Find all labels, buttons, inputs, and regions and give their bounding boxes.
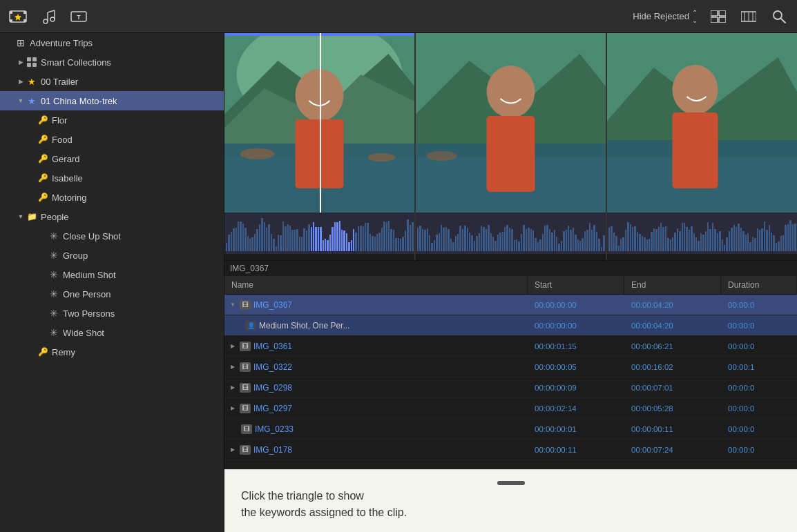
sidebar-item-close-up[interactable]: ✳ Close Up Shot — [0, 226, 224, 246]
table-row[interactable]: ▶ 🎞 IMG_0298 00:00:00:09 00:00:07:01 00:… — [224, 377, 797, 398]
row-expand-icon[interactable]: ▶ — [229, 446, 237, 454]
sidebar-item-china-moto[interactable]: ★ 01 China Moto-trek — [0, 91, 224, 110]
sidebar-item-flor[interactable]: 🔑 Flor — [0, 110, 224, 130]
film-icon: 🎞 — [240, 362, 251, 372]
svg-point-45 — [673, 65, 718, 115]
svg-rect-4 — [23, 19, 26, 22]
table-row[interactable]: ▶ 🎞 IMG_0297 00:00:02:14 00:00:05:28 00:… — [224, 398, 797, 419]
sidebar-item-wide-shot[interactable]: ✳ Wide Shot — [0, 323, 224, 342]
sidebar-item-label: 01 China Moto-trek — [41, 96, 117, 106]
row-start: 00:00:00:00 — [528, 298, 624, 312]
sidebar-item-label: Smart Collections — [41, 57, 111, 68]
col-end: End — [624, 276, 721, 294]
row-expand-icon[interactable]: ▶ — [229, 404, 237, 413]
expand-icon[interactable] — [17, 58, 25, 66]
expand-icon[interactable] — [17, 213, 25, 221]
row-end: 00:00:04:20 — [624, 298, 721, 312]
row-name: Medium Shot, One Per... — [259, 321, 349, 331]
content-area: // Generate waveform bars inline documen… — [224, 33, 797, 532]
svg-line-10 — [48, 10, 55, 12]
row-name: IMG_0361 — [253, 342, 292, 351]
sidebar-item-medium-shot[interactable]: ✳ Medium Shot — [0, 265, 224, 284]
folder-icon: 📁 — [26, 211, 37, 222]
row-end: 00:00:00:11 — [624, 422, 721, 436]
waveform-3: document.currentScript.insertAdjacentHTM… — [607, 213, 797, 254]
svg-rect-46 — [673, 112, 718, 188]
frame-image-1 — [224, 33, 414, 213]
drag-handle[interactable] — [497, 481, 525, 485]
sidebar-item-label: Medium Shot — [63, 270, 116, 280]
row-expand-icon[interactable]: ▶ — [229, 342, 237, 351]
row-name-cell: ▶ 🎞 IMG_0298 — [224, 383, 528, 393]
filmstrip: // Generate waveform bars inline documen… — [224, 33, 797, 260]
toolbar-left: T — [8, 7, 88, 26]
filmstrip-view-icon[interactable] — [739, 7, 758, 26]
hide-rejected-label: Hide Rejected — [633, 11, 689, 21]
row-expand-icon[interactable]: ▶ — [229, 384, 237, 392]
row-expand-icon[interactable]: ▶ — [229, 363, 237, 371]
expand-icon[interactable] — [17, 77, 25, 86]
smart-collection-icon: ✳ — [48, 269, 59, 280]
svg-rect-3 — [10, 19, 12, 22]
row-expand-icon[interactable]: ▼ — [229, 301, 237, 309]
table-row[interactable]: ▼ 🎞 IMG_0367 00:00:00:00 00:00:04:20 00:… — [224, 295, 797, 315]
sidebar-item-group[interactable]: ✳ Group — [0, 246, 224, 265]
sidebar-item-food[interactable]: 🔑 Food — [0, 130, 224, 149]
sidebar-item-remy[interactable]: 🔑 Remy — [0, 342, 224, 362]
sidebar-item-one-person[interactable]: ✳ One Person — [0, 284, 224, 304]
music-note-icon[interactable] — [39, 7, 58, 26]
frame-image-2 — [416, 33, 606, 213]
svg-point-39 — [487, 66, 535, 118]
svg-marker-5 — [15, 14, 21, 21]
film-star-icon[interactable] — [8, 7, 28, 26]
col-name: Name — [224, 276, 528, 294]
row-start: 00:00:01:15 — [528, 339, 624, 353]
table-row[interactable]: ▶ 🎞 IMG_0178 00:00:00:11 00:00:07:24 00:… — [224, 440, 797, 460]
sidebar-item-motoring[interactable]: 🔑 Motoring — [0, 188, 224, 207]
waveform-2: document.currentScript.insertAdjacentHTM… — [416, 213, 606, 254]
row-duration: 00:00:0 — [721, 339, 797, 353]
search-icon[interactable] — [769, 7, 789, 26]
sidebar-item-smart-collections[interactable]: Smart Collections — [0, 52, 224, 72]
svg-rect-25 — [27, 63, 31, 67]
keyword-icon: 🔑 — [37, 153, 48, 164]
sidebar-item-trailer[interactable]: ★ 00 Trailer — [0, 72, 224, 91]
layout-icon[interactable] — [709, 7, 728, 26]
row-start: 00:00:00:05 — [528, 360, 624, 374]
table-row[interactable]: 🎞 IMG_0233 00:00:00:01 00:00:00:11 00:00… — [224, 419, 797, 440]
toolbar-right: Hide Rejected ⌃⌄ — [633, 7, 789, 26]
row-end: 00:00:07:01 — [624, 381, 721, 395]
col-start: Start — [528, 276, 624, 294]
film-frame-3[interactable]: document.currentScript.insertAdjacentHTM… — [607, 33, 797, 260]
tooltip: Click the triangle to show the keywords … — [224, 469, 797, 532]
sidebar-item-two-persons[interactable]: ✳ Two Persons — [0, 304, 224, 323]
sidebar-item-people[interactable]: 📁 People — [0, 207, 224, 226]
table-row[interactable]: ▶ 🎞 IMG_0361 00:00:01:15 00:00:06:21 00:… — [224, 336, 797, 357]
sidebar-item-label: Adventure Trips — [30, 38, 93, 48]
sidebar-item-gerard[interactable]: 🔑 Gerard — [0, 149, 224, 168]
hide-rejected-button[interactable]: Hide Rejected ⌃⌄ — [633, 9, 698, 24]
person-icon: 👤 — [245, 321, 256, 331]
sort-icon: ⌃⌄ — [692, 9, 698, 24]
film-frame-2[interactable]: document.currentScript.insertAdjacentHTM… — [416, 33, 607, 260]
expand-icon[interactable] — [17, 97, 25, 105]
keyword-icon: 🔑 — [37, 173, 48, 184]
main-layout: Adventure Trips Smart Collections ★ 00 T… — [0, 33, 797, 532]
film-icon: 🎞 — [240, 404, 251, 413]
svg-rect-2 — [23, 11, 26, 14]
svg-rect-40 — [487, 116, 535, 192]
row-duration: 00:00:0 — [721, 402, 797, 415]
smart-collection-icon: ✳ — [48, 288, 59, 299]
sidebar-item-adventure-trips[interactable]: Adventure Trips — [0, 33, 224, 52]
row-name-cell: ▶ 🎞 IMG_0322 — [224, 362, 528, 372]
svg-point-41 — [427, 151, 457, 161]
svg-point-35 — [368, 153, 396, 161]
row-name: IMG_0367 — [253, 300, 292, 310]
table-row[interactable]: 👤 Medium Shot, One Per... 00:00:00:00 00… — [224, 315, 797, 336]
film-icon: 🎞 — [241, 424, 252, 434]
film-frame-1[interactable]: // Generate waveform bars inline documen… — [224, 33, 416, 260]
row-duration: 00:00:0 — [721, 319, 797, 333]
title-card-icon[interactable]: T — [69, 7, 88, 26]
table-row[interactable]: ▶ 🎞 IMG_0322 00:00:00:05 00:00:16:02 00:… — [224, 357, 797, 377]
sidebar-item-isabelle[interactable]: 🔑 Isabelle — [0, 168, 224, 188]
